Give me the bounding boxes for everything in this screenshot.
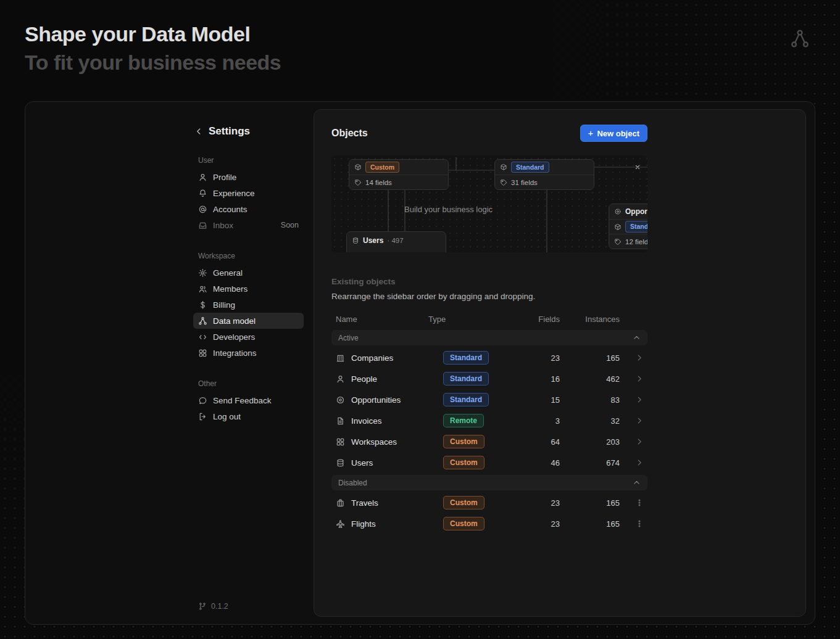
chevron-right-icon[interactable] xyxy=(635,416,644,425)
fields-label: 14 fields xyxy=(365,179,392,186)
fields-count: 46 xyxy=(512,458,560,468)
fields-count: 23 xyxy=(512,353,560,363)
target-icon xyxy=(336,395,345,405)
chevron-left-icon xyxy=(194,127,203,136)
canvas-node-standard[interactable]: Standard 31 fields xyxy=(494,159,594,190)
sidebar-item-send-feedback[interactable]: Send Feedback xyxy=(193,392,304,408)
chevron-right-icon[interactable] xyxy=(635,458,644,467)
version-label: 0.1.2 xyxy=(211,602,228,611)
column-name: Name xyxy=(331,315,428,324)
sidebar-item-inbox: Inbox Soon xyxy=(193,217,304,233)
table-row-travels[interactable]: Travels Custom 23 165 xyxy=(331,492,647,513)
sidebar-section-other: Other Send Feedback Log out xyxy=(193,379,304,424)
fields-count: 16 xyxy=(512,374,560,384)
object-name: Users xyxy=(351,458,373,468)
box-icon xyxy=(614,223,622,231)
page-title-line1: Shape your Data Model xyxy=(25,20,281,48)
chevron-right-icon[interactable] xyxy=(635,395,644,404)
settings-title-label: Settings xyxy=(209,125,250,138)
sidebar-item-label: Integrations xyxy=(213,348,257,358)
fields-count: 23 xyxy=(512,498,560,508)
sidebar-item-developers[interactable]: Developers xyxy=(193,329,304,345)
fields-count: 15 xyxy=(512,395,560,405)
section-title: Other xyxy=(193,379,304,388)
data-model-icon xyxy=(198,316,207,326)
logout-icon xyxy=(198,412,207,421)
sidebar-item-profile[interactable]: Profile xyxy=(193,169,304,185)
column-instances: Instances xyxy=(560,315,620,324)
fields-count: 23 xyxy=(512,519,560,529)
chevron-right-icon[interactable] xyxy=(635,353,644,362)
sidebar-item-label: Inbox xyxy=(213,221,233,230)
table-row-flights[interactable]: Flights Custom 23 165 xyxy=(331,513,647,534)
object-name: Flights xyxy=(351,519,376,529)
column-type: Type xyxy=(428,315,512,324)
table-row-companies[interactable]: Companies Standard 23 165 xyxy=(331,347,647,368)
group-label: Active xyxy=(338,334,359,342)
code-icon xyxy=(198,332,207,342)
sidebar-item-members[interactable]: Members xyxy=(193,281,304,297)
tag-icon xyxy=(354,179,362,186)
sidebar-item-accounts[interactable]: Accounts xyxy=(193,201,304,217)
canvas-caption: Build your business logic xyxy=(404,205,493,214)
chevron-right-icon[interactable] xyxy=(635,437,644,446)
sidebar-item-label: Log out xyxy=(213,412,241,421)
sidebar-item-integrations[interactable]: Integrations xyxy=(193,345,304,361)
canvas-node-users[interactable]: Users 497 xyxy=(346,231,446,252)
group-label: Disabled xyxy=(338,479,367,487)
data-model-canvas[interactable]: Custom 14 fields Standard 31 fields xyxy=(331,155,647,252)
canvas-node-opportunities[interactable]: Opportunities Standard 12 fields xyxy=(609,204,647,249)
table-row-workspaces[interactable]: Workspaces Custom 64 203 xyxy=(331,431,647,452)
objects-title: Objects xyxy=(331,128,368,139)
data-model-logo-icon xyxy=(789,28,810,49)
column-fields: Fields xyxy=(512,315,560,324)
close-icon[interactable] xyxy=(633,162,642,172)
database-icon xyxy=(352,237,359,244)
instances-count: 165 xyxy=(560,353,620,363)
sidebar-item-data-model[interactable]: Data model xyxy=(193,313,304,329)
sidebar-item-general[interactable]: General xyxy=(193,265,304,281)
type-badge: Custom xyxy=(443,496,484,509)
new-object-button[interactable]: + New object xyxy=(580,125,647,142)
table-row-invoices[interactable]: Invoices Remote 3 32 xyxy=(331,410,647,431)
fields-label: 12 fields xyxy=(625,238,647,245)
table-row-people[interactable]: People Standard 16 462 xyxy=(331,368,647,389)
kebab-menu-icon[interactable] xyxy=(635,519,644,528)
building-icon xyxy=(336,353,345,363)
section-title: User xyxy=(193,156,304,165)
sidebar-item-billing[interactable]: Billing xyxy=(193,297,304,313)
section-title: Workspace xyxy=(193,252,304,260)
sidebar-item-label: Accounts xyxy=(213,205,247,214)
chat-icon xyxy=(198,396,207,405)
soon-badge: Soon xyxy=(281,221,299,229)
chevron-right-icon[interactable] xyxy=(635,374,644,383)
instances-count: 203 xyxy=(560,437,620,447)
table-row-users[interactable]: Users Custom 46 674 xyxy=(331,452,647,473)
existing-objects-subtitle: Rearrange the sidebar order by dragging … xyxy=(331,292,647,301)
grid-icon xyxy=(336,437,345,447)
type-badge: Standard xyxy=(443,351,489,365)
luggage-icon xyxy=(336,498,345,508)
fields-count: 64 xyxy=(512,437,560,447)
group-header-disabled[interactable]: Disabled xyxy=(331,475,647,490)
canvas-node-custom[interactable]: Custom 14 fields xyxy=(349,159,449,190)
plus-icon: + xyxy=(588,128,594,138)
sidebar-item-experience[interactable]: Experience xyxy=(193,185,304,201)
settings-back[interactable]: Settings xyxy=(193,125,304,138)
sidebar-section-workspace: Workspace General Members Billing Data m… xyxy=(193,252,304,361)
chevron-up-icon xyxy=(633,334,641,342)
instances-count: 83 xyxy=(560,395,620,405)
user-icon xyxy=(198,173,207,182)
type-badge: Standard xyxy=(625,221,647,233)
type-badge: Standard xyxy=(443,372,489,385)
document-icon xyxy=(336,416,345,426)
tag-icon xyxy=(614,238,622,245)
instances-count: 674 xyxy=(560,458,620,468)
sidebar-item-log-out[interactable]: Log out xyxy=(193,408,304,424)
group-header-active[interactable]: Active xyxy=(331,330,647,345)
kebab-menu-icon[interactable] xyxy=(635,498,644,507)
page-title-line2: To fit your business needs xyxy=(25,48,281,76)
table-row-opportunities[interactable]: Opportunities Standard 15 83 xyxy=(331,389,647,410)
fields-count: 3 xyxy=(512,416,560,426)
instances-count: 165 xyxy=(560,519,620,529)
